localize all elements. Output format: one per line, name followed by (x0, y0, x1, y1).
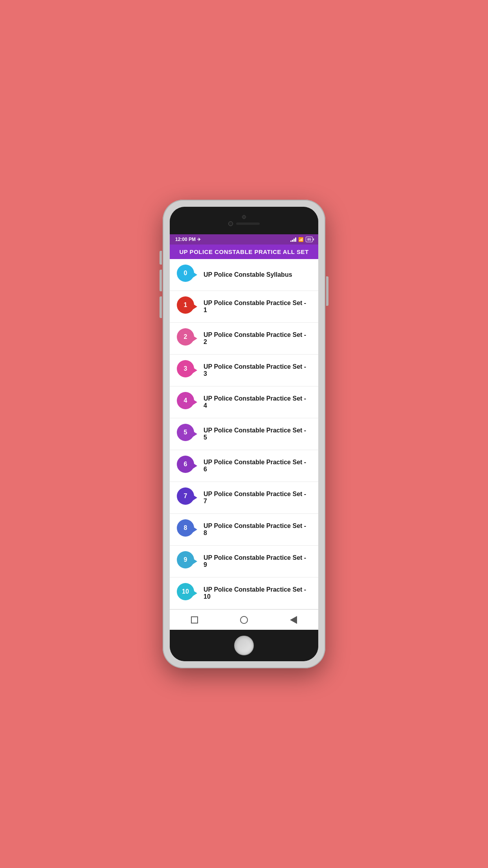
bottom-bezel (170, 630, 318, 661)
badge-circle: 9 (177, 551, 194, 568)
badge-container: 8 (177, 519, 197, 540)
app-header: UP POLICE CONSTABLE PRATICE ALL SET (170, 245, 318, 259)
badge-container: 4 (177, 392, 197, 412)
badge-circle: 10 (177, 583, 194, 600)
battery-indicator: 85 (306, 237, 313, 242)
power-button[interactable] (326, 276, 328, 306)
badge-circle: 5 (177, 424, 194, 441)
list-item[interactable]: 2UP Police Constable Practice Set - 2 (170, 323, 318, 355)
bottom-navigation (170, 609, 318, 630)
item-label: UP Police Constable Practice Set - 3 (204, 363, 311, 377)
badge-circle: 7 (177, 487, 194, 505)
item-label: UP Police Constable Practice Set - 4 (204, 395, 311, 409)
badge-circle: 1 (177, 296, 194, 314)
badge-container: 3 (177, 360, 197, 381)
app-title: UP POLICE CONSTABLE PRATICE ALL SET (176, 248, 312, 255)
volume-down-button[interactable] (160, 296, 162, 318)
list-item[interactable]: 6UP Police Constable Practice Set - 6 (170, 450, 318, 482)
item-label: UP Police Constable Practice Set - 5 (204, 427, 311, 441)
list-item[interactable]: 10UP Police Constable Practice Set - 10 (170, 577, 318, 609)
battery-level: 85 (307, 237, 311, 241)
badge-circle: 0 (177, 265, 194, 282)
badge-container: 9 (177, 551, 197, 572)
status-right: 📶 85 (290, 237, 313, 242)
list-item[interactable]: 5UP Police Constable Practice Set - 5 (170, 418, 318, 450)
badge-container: 6 (177, 456, 197, 476)
screen: 12:00 PM ✈ 📶 85 (170, 234, 318, 630)
phone-device: 12:00 PM ✈ 📶 85 (163, 200, 325, 668)
list-item[interactable]: 4UP Police Constable Practice Set - 4 (170, 386, 318, 418)
home-icon (240, 616, 248, 624)
badge-circle: 3 (177, 360, 194, 377)
signal-icon (290, 237, 296, 242)
badge-container: 5 (177, 424, 197, 444)
item-label: UP Police Constable Practice Set - 9 (204, 554, 311, 568)
status-bar: 12:00 PM ✈ 📶 85 (170, 234, 318, 245)
phone-screen-area: 12:00 PM ✈ 📶 85 (170, 207, 318, 661)
front-camera (228, 221, 233, 226)
list-item[interactable]: 3UP Police Constable Practice Set - 3 (170, 355, 318, 386)
list-item[interactable]: 9UP Police Constable Practice Set - 9 (170, 546, 318, 577)
speaker-row (228, 221, 260, 226)
item-label: UP Police Constable Syllabus (204, 271, 311, 278)
list-item[interactable]: 0UP Police Constable Syllabus (170, 259, 318, 291)
list-item[interactable]: 1UP Police Constable Practice Set - 1 (170, 291, 318, 323)
badge-circle: 4 (177, 392, 194, 409)
badge-circle: 8 (177, 519, 194, 537)
item-label: UP Police Constable Practice Set - 6 (204, 459, 311, 473)
time-display: 12:00 PM (175, 237, 196, 242)
physical-home-button[interactable] (234, 636, 254, 655)
badge-container: 7 (177, 487, 197, 508)
item-label: UP Police Constable Practice Set - 1 (204, 300, 311, 314)
home-button[interactable] (239, 615, 249, 625)
back-button[interactable] (289, 615, 298, 625)
item-label: UP Police Constable Practice Set - 8 (204, 522, 311, 537)
wifi-icon: 📶 (298, 237, 304, 242)
list-item[interactable]: 7UP Police Constable Practice Set - 7 (170, 482, 318, 514)
status-left: 12:00 PM ✈ (175, 237, 201, 242)
list-item[interactable]: 8UP Police Constable Practice Set - 8 (170, 514, 318, 546)
badge-container: 1 (177, 296, 197, 317)
items-list: 0UP Police Constable Syllabus1UP Police … (170, 259, 318, 609)
badge-container: 2 (177, 328, 197, 349)
top-bezel (170, 207, 318, 234)
badge-circle: 2 (177, 328, 194, 346)
badge-circle: 6 (177, 456, 194, 473)
camera-dot (242, 215, 246, 219)
recent-apps-icon (191, 616, 198, 623)
back-icon (290, 616, 297, 624)
item-label: UP Police Constable Practice Set - 10 (204, 586, 311, 600)
badge-container: 0 (177, 265, 197, 285)
item-label: UP Police Constable Practice Set - 7 (204, 491, 311, 505)
location-icon: ✈ (197, 237, 201, 242)
item-label: UP Police Constable Practice Set - 2 (204, 331, 311, 346)
volume-up-button[interactable] (160, 270, 162, 291)
recent-apps-button[interactable] (190, 615, 199, 625)
earpiece-speaker (236, 223, 260, 225)
volume-silent-button[interactable] (160, 251, 162, 265)
badge-container: 10 (177, 583, 197, 603)
